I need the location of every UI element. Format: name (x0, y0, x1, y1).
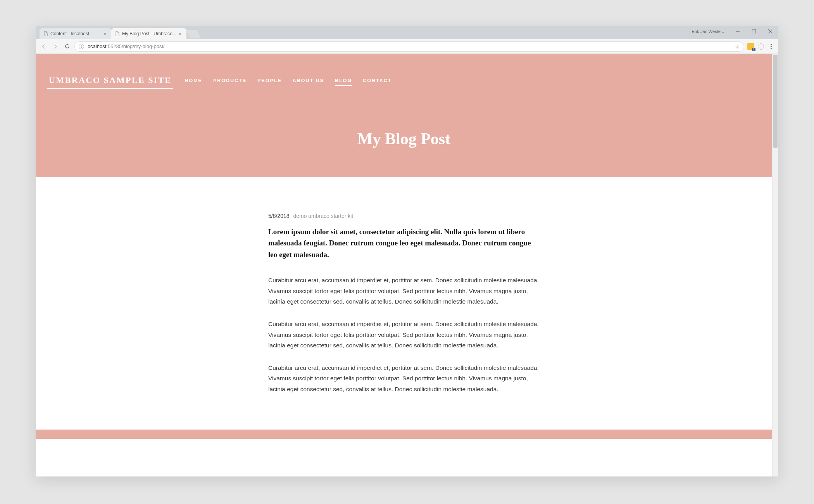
new-tab-button[interactable] (186, 30, 201, 38)
url-path: /blog/my-blog-post/ (122, 43, 165, 49)
viewport: UMBRACO SAMPLE SITE HOME PRODUCTS PEOPLE… (36, 54, 778, 476)
article: 5/8/2018 demo umbraco starter kit Lorem … (268, 177, 540, 430)
page-content: UMBRACO SAMPLE SITE HOME PRODUCTS PEOPLE… (36, 54, 772, 476)
post-paragraph: Curabitur arcu erat, accumsan id imperdi… (268, 362, 540, 395)
browser-tab-blogpost[interactable]: My Blog Post - Umbraco... × (111, 28, 186, 39)
post-paragraph: Curabitur arcu erat, accumsan id imperdi… (268, 275, 540, 307)
bookmark-star-icon[interactable]: ☆ (735, 43, 740, 50)
window-controls: Erik-Jan Weste... (692, 26, 778, 37)
nav-about[interactable]: ABOUT US (293, 78, 324, 86)
footer-strip (36, 430, 772, 439)
vertical-scrollbar[interactable] (772, 54, 778, 476)
close-icon[interactable]: × (103, 31, 107, 37)
url-host: localhost (86, 43, 106, 49)
tab-label: Content - localhost (50, 31, 89, 36)
reload-button[interactable] (63, 42, 71, 51)
forward-button[interactable] (51, 42, 60, 51)
primary-nav: HOME PRODUCTS PEOPLE ABOUT US BLOG CONTA… (185, 78, 391, 86)
nav-products[interactable]: PRODUCTS (213, 78, 247, 86)
post-paragraph: Curabitur arcu erat, accumsan id imperdi… (268, 319, 540, 351)
browser-tab-content[interactable]: Content - localhost × (40, 28, 111, 39)
user-profile-label[interactable]: Erik-Jan Weste... (692, 29, 724, 34)
file-icon (115, 31, 120, 36)
site-info-icon[interactable]: i (79, 44, 84, 49)
page-title: My Blog Post (357, 129, 450, 148)
nav-home[interactable]: HOME (185, 78, 202, 86)
tab-label: My Blog Post - Umbraco... (122, 31, 176, 36)
svg-rect-1 (752, 29, 756, 33)
extension-icon-2[interactable] (757, 43, 764, 50)
file-icon (43, 31, 48, 36)
browser-window: Content - localhost × My Blog Post - Umb… (36, 26, 778, 476)
nav-people[interactable]: PEOPLE (257, 78, 282, 86)
close-button[interactable] (762, 26, 778, 36)
close-icon[interactable]: × (179, 31, 182, 37)
minimize-button[interactable] (729, 26, 746, 36)
tab-strip: Content - localhost × My Blog Post - Umb… (36, 26, 778, 39)
post-meta: 5/8/2018 demo umbraco starter kit (268, 213, 540, 219)
maximize-button[interactable] (746, 26, 762, 36)
post-author: demo umbraco starter kit (293, 213, 353, 219)
site-header: UMBRACO SAMPLE SITE HOME PRODUCTS PEOPLE… (36, 54, 772, 89)
address-bar: i localhost:55235/blog/my-blog-post/ ☆ (36, 39, 778, 54)
browser-menu-button[interactable] (767, 43, 774, 50)
site-logo[interactable]: UMBRACO SAMPLE SITE (47, 75, 173, 89)
scrollbar-thumb[interactable] (773, 55, 778, 148)
extension-icon[interactable] (747, 43, 754, 50)
post-excerpt: Lorem ipsum dolor sit amet, consectetur … (268, 226, 540, 260)
nav-blog[interactable]: BLOG (335, 78, 352, 86)
back-button[interactable] (40, 42, 48, 51)
hero-section: UMBRACO SAMPLE SITE HOME PRODUCTS PEOPLE… (36, 54, 772, 177)
post-date: 5/8/2018 (268, 213, 290, 219)
url-port: :55235 (106, 43, 122, 49)
nav-contact[interactable]: CONTACT (363, 78, 391, 86)
url-field[interactable]: i localhost:55235/blog/my-blog-post/ ☆ (74, 41, 744, 52)
